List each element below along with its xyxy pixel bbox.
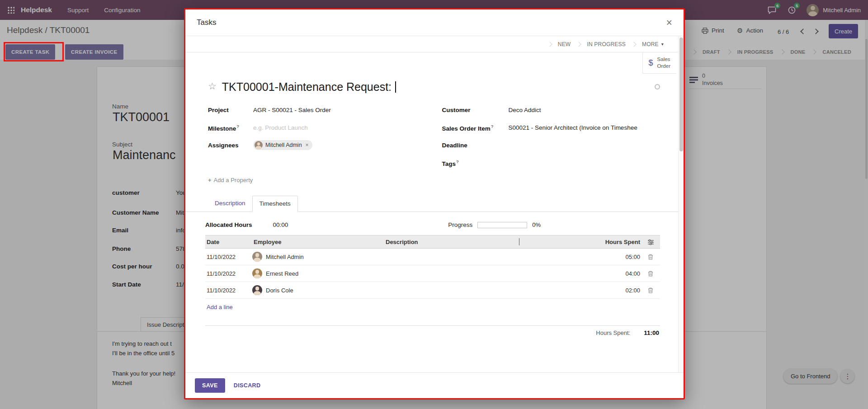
caret-down-icon: ▾ [661,42,664,47]
stat-line: Sales [657,56,670,63]
notebook-tabs: Description Timesheets [185,196,684,212]
button-box: $ Sales Order [185,52,684,74]
milestone-input[interactable]: e.g. Product Launch [253,124,416,131]
trash-icon [648,254,653,260]
employee-name: Mitchell Admin [266,254,304,260]
progress-label: Progress [448,221,472,228]
timesheet-hours[interactable]: 04:00 [540,270,641,277]
sales-order-item-value[interactable]: S00021 - Senior Architect (Invoice on Ti… [509,124,660,131]
field-assignees: Assignees Mitchell Admin × [208,140,416,151]
modal-scrollbar-thumb[interactable] [679,38,683,151]
tab-description[interactable]: Description [208,196,252,212]
header-date[interactable]: Date [205,239,252,245]
modal-title: Tasks [197,18,216,27]
timesheet-row[interactable]: 11/10/2022 Ernest Reed 04:00 [205,265,660,282]
assignees-input[interactable]: Mitchell Admin × [253,140,416,150]
table-total-row: Hours Spent: 11:00 [205,325,660,336]
optional-columns-icon[interactable] [641,239,660,245]
timesheet-hours[interactable]: 02:00 [540,287,641,294]
field-deadline: Deadline [442,140,660,151]
allocated-hours-value[interactable]: 00:00 [273,221,288,228]
modal-header: Tasks × [185,9,684,36]
modal-scrollbar[interactable] [678,36,684,372]
total-hours-value: 11:00 [644,329,659,336]
timesheet-date[interactable]: 11/10/2022 [205,270,252,277]
star-icon[interactable]: ☆ [208,81,217,91]
field-label: Project [208,107,229,113]
text-cursor [395,81,396,93]
delete-row-button[interactable] [641,254,660,260]
employee-avatar [252,268,262,278]
tasks-modal: Tasks × NEW IN PROGRESS MORE ▾ $ Sales O… [184,8,685,400]
help-icon: ? [456,159,459,164]
remove-tag-icon[interactable]: × [306,142,309,148]
task-title-text: TKT00001-Maintenance Request: [222,80,395,93]
field-customer: Customer Deco Addict [442,104,660,116]
employee-avatar [252,252,262,262]
task-fields: Project AGR - S00021 - Sales Order Miles… [208,104,660,175]
assignee-name: Mitchell Admin [265,142,302,148]
status-in-progress[interactable]: IN PROGRESS [580,41,632,47]
modal-footer: SAVE DISCARD [185,372,684,398]
add-property-button[interactable]: + Add a Property [208,177,253,183]
sort-ascending-icon[interactable] [519,239,540,245]
header-employee[interactable]: Employee [252,239,384,245]
timesheet-date[interactable]: 11/10/2022 [205,287,252,294]
field-sales-order-item: Sales Order Item? S00021 - Senior Archit… [442,122,660,133]
timesheet-hours[interactable]: 05:00 [540,254,641,260]
delete-row-button[interactable] [641,271,660,277]
timesheet-row[interactable]: 11/10/2022 Doris Cole 02:00 [205,282,660,299]
header-description[interactable]: Description [384,239,519,245]
dollar-icon: $ [649,58,653,68]
tab-timesheets[interactable]: Timesheets [252,196,298,212]
task-statusbar: NEW IN PROGRESS MORE ▾ [185,36,684,52]
plus-icon: + [208,177,212,183]
customer-value[interactable]: Deco Addict [509,107,660,113]
assignee-tag[interactable]: Mitchell Admin × [253,140,312,150]
trash-icon [648,287,653,293]
project-value[interactable]: AGR - S00021 - Sales Order [253,107,416,113]
timesheet-employee[interactable]: Ernest Reed [252,268,384,278]
add-line-button[interactable]: Add a line [205,299,234,315]
field-label: Deadline [442,142,467,149]
task-title-input[interactable]: TKT00001-Maintenance Request: [222,80,396,94]
total-hours-label: Hours Spent: [596,329,630,336]
sales-order-stat-text: Sales Order [657,56,670,70]
timesheets-table: Date Employee Description Hours Spent 11… [205,235,660,336]
field-milestone: Milestone? e.g. Product Launch [208,122,416,133]
fields-right-column: Customer Deco Addict Sales Order Item? S… [442,104,660,175]
timesheets-pane: Allocated Hours 00:00 Progress 0% Date E… [185,212,684,336]
kanban-state-icon[interactable] [655,84,660,89]
table-header: Date Employee Description Hours Spent [205,235,660,249]
progress-group: Progress 0% [448,221,541,228]
field-project: Project AGR - S00021 - Sales Order [208,104,416,116]
field-label: Sales Order Item [442,125,491,132]
task-title-row: ☆ TKT00001-Maintenance Request: [208,80,660,94]
assignee-avatar [255,141,263,149]
sales-order-stat-button[interactable]: $ Sales Order [642,52,676,74]
allocated-hours-label: Allocated Hours [205,221,252,228]
delete-row-button[interactable] [641,287,660,293]
status-more-dropdown[interactable]: MORE ▾ [636,41,670,47]
allocated-hours-row: Allocated Hours 00:00 Progress 0% [205,221,660,228]
field-label: Customer [442,107,471,113]
status-new[interactable]: NEW [552,41,577,47]
employee-avatar [252,285,262,295]
progress-value: 0% [532,221,541,228]
fields-left-column: Project AGR - S00021 - Sales Order Miles… [208,104,416,175]
help-icon: ? [491,124,494,129]
field-label: Tags [442,160,456,167]
timesheet-employee[interactable]: Doris Cole [252,285,384,295]
field-label: Assignees [208,142,239,149]
trash-icon [648,271,653,277]
close-icon[interactable]: × [666,18,672,28]
save-button[interactable]: SAVE [195,378,225,393]
timesheet-date[interactable]: 11/10/2022 [205,254,252,260]
header-hours-spent[interactable]: Hours Spent [540,239,641,245]
add-property-label: Add a Property [214,177,253,183]
timesheet-employee[interactable]: Mitchell Admin [252,252,384,262]
discard-button[interactable]: DISCARD [228,378,267,393]
timesheet-row[interactable]: 11/10/2022 Mitchell Admin 05:00 [205,249,660,265]
help-icon: ? [236,124,239,129]
employee-name: Doris Cole [266,287,293,294]
